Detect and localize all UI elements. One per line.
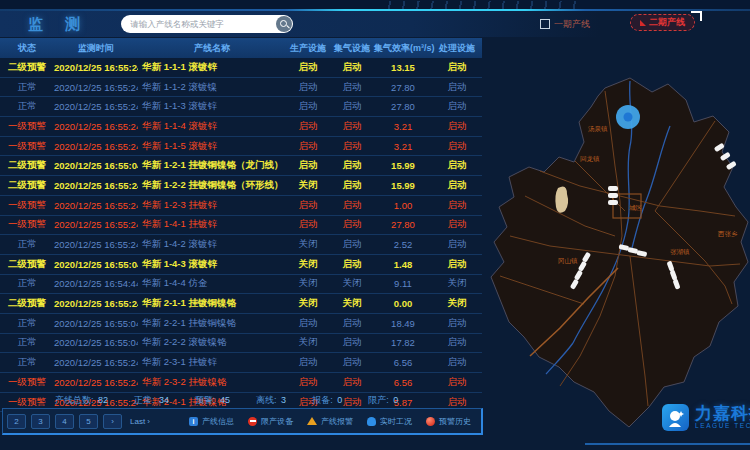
cell-line: 华新 1-1-5 滚镀锌: [138, 140, 286, 153]
cell-eff: 15.99: [374, 160, 432, 171]
cell-gas: 启动: [330, 199, 374, 212]
cell-time: 2020/12/25 16:55:24: [54, 357, 138, 368]
search-box[interactable]: [121, 15, 293, 33]
bottom-toolbar: 2345›Last › 产线信息限产设备产线报警实时工况预警历史: [2, 408, 483, 435]
cell-treat: 启动: [432, 120, 482, 133]
legend-label: 实时工况: [380, 416, 412, 427]
table-row[interactable]: 正常2020/12/25 16:55:24华新 1-1-3 滚镀锌启动启动27.…: [0, 97, 482, 117]
cell-eff: 27.80: [374, 101, 432, 112]
cell-time: 2020/12/25 16:55:24: [54, 298, 138, 309]
cell-gas: 启动: [330, 61, 374, 74]
cell-prod: 关闭: [286, 179, 330, 192]
table-row[interactable]: 二级预警2020/12/25 16:55:04华新 1-2-1 挂镀铜镍铬（龙门…: [0, 156, 482, 176]
checkbox-icon[interactable]: [540, 19, 550, 29]
legend-label: 限产设备: [261, 416, 293, 427]
summary-item: 正常: 34: [134, 394, 169, 407]
cell-time: 2020/12/25 16:55:24: [54, 82, 138, 93]
cell-gas: 启动: [330, 179, 374, 192]
page-button[interactable]: 5: [79, 414, 98, 429]
summary-item: 产线总数: 82: [55, 394, 108, 407]
phase2-button[interactable]: 二期产线: [630, 14, 695, 31]
search-input[interactable]: [121, 16, 276, 32]
cell-treat: 启动: [432, 317, 482, 330]
table-row[interactable]: 正常2020/12/25 16:54:44华新 1-4-4 仿金关闭关闭9.11…: [0, 275, 482, 295]
cell-gas: 启动: [330, 218, 374, 231]
realtime-status-icon: [367, 417, 376, 426]
table-row[interactable]: 二级预警2020/12/25 16:55:24华新 2-1-1 挂镀铜镍铬关闭关…: [0, 294, 482, 314]
phase1-toggle[interactable]: 一期产线: [540, 11, 590, 37]
table-row[interactable]: 正常2020/12/25 16:55:04华新 2-2-1 挂镀铜镍铬启动启动1…: [0, 314, 482, 334]
table-row[interactable]: 一级预警2020/12/25 16:55:24华新 1-1-4 滚镀锌启动启动3…: [0, 117, 482, 137]
cell-treat: 关闭: [432, 277, 482, 290]
map-label: 回龙镇: [580, 155, 600, 162]
table-row[interactable]: 二级预警2020/12/25 16:55:24华新 1-2-2 挂镀铜镍铬（环形…: [0, 176, 482, 196]
table-row[interactable]: 正常2020/12/25 16:55:24华新 2-3-1 挂镀锌启动启动6.5…: [0, 353, 482, 373]
search-icon[interactable]: [276, 16, 292, 32]
table-row[interactable]: 一级预警2020/12/25 16:55:24华新 1-4-1 挂镀锌启动启动2…: [0, 216, 482, 236]
cell-gas: 关闭: [330, 297, 374, 310]
legend-button-alarm-history[interactable]: 预警历史: [426, 416, 471, 427]
cell-eff: 3.21: [374, 121, 432, 132]
legend-label: 预警历史: [439, 416, 471, 427]
next-page-button[interactable]: ›: [103, 414, 122, 429]
table-row[interactable]: 正常2020/12/25 16:55:04华新 2-2-2 滚镀镍铬关闭启动17…: [0, 334, 482, 354]
cell-prod: 启动: [286, 199, 330, 212]
cell-gas: 启动: [330, 356, 374, 369]
page-button[interactable]: 2: [7, 414, 26, 429]
cell-prod: 启动: [286, 81, 330, 94]
cell-gas: 启动: [330, 140, 374, 153]
page-button[interactable]: 4: [55, 414, 74, 429]
cell-prod: 启动: [286, 218, 330, 231]
city-map[interactable]: 汤泉镇 回龙镇 城区 西张乡 冈山镇 张湖镇: [480, 36, 750, 450]
map-label: 张湖镇: [670, 248, 690, 256]
cell-line: 华新 1-4-3 滚镀锌: [138, 258, 286, 271]
cell-eff: 15.99: [374, 180, 432, 191]
page-title: 监 测: [28, 15, 89, 34]
table-row[interactable]: 一级预警2020/12/25 16:55:24华新 1-1-5 滚镀锌启动启动3…: [0, 137, 482, 157]
cell-line: 华新 1-4-4 仿金: [138, 277, 286, 290]
page-button[interactable]: 3: [31, 414, 50, 429]
map-label: 冈山镇: [558, 257, 578, 265]
cell-time: 2020/12/25 16:55:24: [54, 121, 138, 132]
logo-name: 力嘉科技: [695, 405, 750, 422]
cell-gas: 启动: [330, 258, 374, 271]
phase2-label: 二期产线: [649, 16, 685, 29]
last-page-button[interactable]: Last ›: [127, 414, 153, 429]
cell-gas: 启动: [330, 317, 374, 330]
cell-prod: 启动: [286, 317, 330, 330]
legend-button-realtime-status[interactable]: 实时工况: [367, 416, 412, 427]
legend-button-line-info[interactable]: 产线信息: [189, 416, 234, 427]
legend-button-line-alarm[interactable]: 产线报警: [307, 416, 353, 427]
cell-eff: 6.56: [374, 357, 432, 368]
cell-gas: 启动: [330, 376, 374, 389]
summary-item: 预警: 45: [195, 394, 230, 407]
legend-label: 产线报警: [321, 416, 353, 427]
cell-treat: 启动: [432, 81, 482, 94]
cell-eff: 3.21: [374, 141, 432, 152]
cell-status: 二级预警: [0, 159, 54, 172]
cell-treat: 启动: [432, 159, 482, 172]
cell-prod: 启动: [286, 159, 330, 172]
cell-gas: 启动: [330, 120, 374, 133]
table-row[interactable]: 一级预警2020/12/25 16:55:24华新 2-3-2 挂镀镍铬启动启动…: [0, 373, 482, 393]
cell-eff: 18.49: [374, 318, 432, 329]
table-header-row: 状态监测时间产线名称生产设施集气设施集气效率(m³/s)处理设施: [0, 38, 482, 58]
header-bar: 监 测 一期产线 二期产线: [0, 11, 750, 37]
table-row[interactable]: 一级预警2020/12/25 16:55:24华新 1-2-3 挂镀锌启动启动1…: [0, 196, 482, 216]
cell-line: 华新 2-3-2 挂镀镍铬: [138, 376, 286, 389]
cell-time: 2020/12/25 16:54:44: [54, 278, 138, 289]
legend-button-limit-production[interactable]: 限产设备: [248, 416, 293, 427]
table-row[interactable]: 二级预警2020/12/25 16:55:24华新 1-1-1 滚镀锌启动启动1…: [0, 58, 482, 78]
map-marker-cluster[interactable]: [616, 105, 640, 129]
cell-prod: 启动: [286, 356, 330, 369]
phase1-label: 一期产线: [554, 18, 590, 31]
table-row[interactable]: 正常2020/12/25 16:55:24华新 1-4-2 滚镀锌关闭启动2.5…: [0, 235, 482, 255]
table-row[interactable]: 二级预警2020/12/25 16:55:04华新 1-4-3 滚镀锌关闭启动1…: [0, 255, 482, 275]
table-row[interactable]: 正常2020/12/25 16:55:24华新 1-1-2 滚镀镍启动启动27.…: [0, 78, 482, 98]
cell-eff: 0.00: [374, 298, 432, 309]
cell-treat: 启动: [432, 336, 482, 349]
brand-logo: 力嘉科技 LEAGUE TECH: [662, 404, 750, 431]
cell-prod: 关闭: [286, 258, 330, 271]
cell-status: 一级预警: [0, 120, 54, 133]
cell-prod: 启动: [286, 100, 330, 113]
